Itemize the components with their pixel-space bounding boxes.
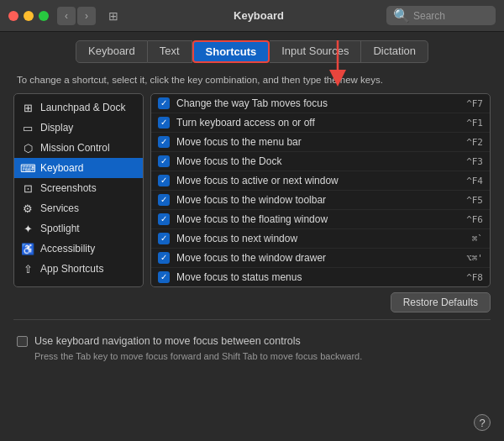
launchpad-icon: ⊞ — [21, 101, 34, 114]
shortcut-label-8: Move focus to the window drawer — [176, 252, 459, 264]
shortcut-key-5: ^F5 — [466, 195, 483, 206]
shortcut-label-4: Move focus to active or next window — [176, 175, 459, 186]
shortcut-key-2: ^F2 — [466, 137, 483, 148]
tab-keyboard[interactable]: Keyboard — [76, 40, 148, 63]
table-row[interactable]: ✓ Move focus to the Dock ^F3 — [151, 152, 490, 171]
services-icon: ⚙ — [21, 202, 34, 215]
sidebar-item-launchpad[interactable]: ⊞ Launchpad & Dock — [14, 97, 143, 118]
display-icon: ▭ — [21, 121, 34, 134]
keyboard-nav-checkbox[interactable] — [17, 336, 28, 347]
back-button[interactable]: ‹ — [57, 7, 76, 25]
tab-text[interactable]: Text — [148, 40, 192, 63]
accessibility-icon: ♿ — [21, 242, 34, 255]
shortcuts-panel: ✓ Change the way Tab moves focus ^F7 ✓ T… — [150, 93, 491, 287]
screenshots-icon: ⊡ — [21, 181, 34, 195]
checkbox-9[interactable]: ✓ — [158, 271, 170, 283]
spotlight-icon: ✦ — [21, 222, 34, 235]
minimize-button[interactable] — [24, 11, 34, 21]
sidebar-label-screenshots: Screenshots — [40, 182, 97, 194]
table-row[interactable]: ✓ Move focus to next window ⌘` — [151, 229, 490, 249]
shortcut-label-3: Move focus to the Dock — [176, 155, 459, 167]
close-button[interactable] — [8, 11, 18, 21]
tab-shortcuts[interactable]: Shortcuts — [192, 40, 270, 63]
table-row[interactable]: ✓ Move focus to active or next window ^F… — [151, 171, 490, 191]
sidebar-item-screenshots[interactable]: ⊡ Screenshots — [14, 178, 143, 198]
bottom-section: Use keyboard navigation to move focus be… — [0, 327, 504, 368]
shortcut-key-0: ^F7 — [466, 98, 483, 109]
keyboard-nav-row: Use keyboard navigation to move focus be… — [17, 335, 487, 347]
table-row[interactable]: ✓ Turn keyboard access on or off ^F1 — [151, 113, 490, 133]
search-icon: 🔍 — [393, 8, 410, 24]
sidebar-item-services[interactable]: ⚙ Services — [14, 198, 143, 218]
shortcut-label-2: Move focus to the menu bar — [176, 136, 459, 148]
table-row[interactable]: ✓ Move focus to the menu bar ^F2 — [151, 133, 490, 152]
main-content: ⊞ Launchpad & Dock ▭ Display ⬡ Mission C… — [13, 93, 491, 287]
restore-defaults-button[interactable]: Restore Defaults — [391, 292, 491, 312]
shortcut-label-9: Move focus to status menus — [176, 271, 459, 283]
sidebar-label-accessibility: Accessibility — [40, 243, 95, 255]
nav-buttons: ‹ › — [57, 7, 96, 25]
sidebar-item-mission-control[interactable]: ⬡ Mission Control — [14, 138, 143, 158]
checkbox-4[interactable]: ✓ — [158, 175, 170, 186]
shortcut-key-3: ^F3 — [466, 156, 483, 167]
arrow-indicator — [321, 40, 354, 87]
tabs-container: Keyboard Text Shortcuts Input Sources Di… — [0, 32, 504, 68]
checkbox-0[interactable]: ✓ — [158, 97, 170, 109]
keyboard-nav-description: Press the Tab key to move focus forward … — [17, 350, 487, 363]
table-row[interactable]: ✓ Change the way Tab moves focus ^F7 — [151, 94, 490, 113]
traffic-lights — [8, 11, 49, 21]
sidebar-label-services: Services — [40, 202, 79, 214]
checkbox-5[interactable]: ✓ — [158, 194, 170, 206]
shortcut-key-6: ^F6 — [466, 214, 483, 225]
checkbox-3[interactable]: ✓ — [158, 155, 170, 167]
checkbox-8[interactable]: ✓ — [158, 252, 170, 264]
checkbox-1[interactable]: ✓ — [158, 117, 170, 129]
app-shortcuts-icon: ⇧ — [21, 262, 34, 276]
checkbox-7[interactable]: ✓ — [158, 233, 170, 244]
sidebar-item-spotlight[interactable]: ✦ Spotlight — [14, 218, 143, 239]
shortcut-label-0: Change the way Tab moves focus — [176, 97, 459, 109]
forward-button[interactable]: › — [77, 7, 96, 25]
table-row[interactable]: ✓ Move focus to the window drawer ⌥⌘' — [151, 249, 490, 268]
maximize-button[interactable] — [39, 11, 49, 21]
window-title: Keyboard — [131, 9, 386, 22]
shortcut-label-1: Turn keyboard access on or off — [176, 117, 459, 129]
search-box[interactable]: 🔍 — [386, 6, 496, 25]
search-input[interactable] — [413, 10, 489, 22]
sidebar-item-app-shortcuts[interactable]: ⇧ App Shortcuts — [14, 259, 143, 279]
shortcut-key-7: ⌘` — [472, 234, 483, 244]
table-row[interactable]: ✓ Move focus to status menus ^F8 — [151, 268, 490, 286]
help-button[interactable]: ? — [474, 414, 491, 431]
checkbox-6[interactable]: ✓ — [158, 213, 170, 225]
sidebar-item-keyboard[interactable]: ⌨ Keyboard — [14, 158, 143, 178]
shortcut-key-8: ⌥⌘' — [466, 253, 483, 264]
tab-dictation[interactable]: Dictation — [361, 40, 428, 63]
sidebar-label-app-shortcuts: App Shortcuts — [40, 263, 103, 275]
shortcut-label-6: Move focus to the floating window — [176, 213, 459, 225]
restore-row: Restore Defaults — [13, 292, 491, 312]
checkbox-2[interactable]: ✓ — [158, 136, 170, 148]
info-text: To change a shortcut, select it, click t… — [0, 68, 504, 93]
sidebar: ⊞ Launchpad & Dock ▭ Display ⬡ Mission C… — [13, 93, 144, 287]
sidebar-item-accessibility[interactable]: ♿ Accessibility — [14, 239, 143, 259]
sidebar-label-spotlight: Spotlight — [40, 223, 80, 234]
grid-button[interactable]: ⊞ — [104, 7, 123, 25]
keyboard-icon: ⌨ — [21, 161, 34, 175]
titlebar: ‹ › ⊞ Keyboard 🔍 — [0, 0, 504, 32]
sidebar-label-mission-control: Mission Control — [40, 142, 110, 154]
sidebar-label-keyboard: Keyboard — [40, 162, 83, 174]
table-row[interactable]: ✓ Move focus to the floating window ^F6 — [151, 210, 490, 229]
sidebar-item-display[interactable]: ▭ Display — [14, 118, 143, 138]
keyboard-nav-label: Use keyboard navigation to move focus be… — [34, 335, 301, 347]
shortcut-label-5: Move focus to the window toolbar — [176, 194, 459, 206]
sidebar-label-display: Display — [40, 122, 73, 134]
table-row[interactable]: ✓ Move focus to the window toolbar ^F5 — [151, 191, 490, 210]
divider — [13, 319, 491, 320]
shortcut-key-4: ^F4 — [466, 176, 483, 186]
shortcut-key-1: ^F1 — [466, 118, 483, 129]
shortcut-label-7: Move focus to next window — [176, 233, 465, 244]
mission-control-icon: ⬡ — [21, 141, 34, 155]
shortcut-key-9: ^F8 — [466, 272, 483, 283]
sidebar-label-launchpad: Launchpad & Dock — [40, 102, 125, 113]
